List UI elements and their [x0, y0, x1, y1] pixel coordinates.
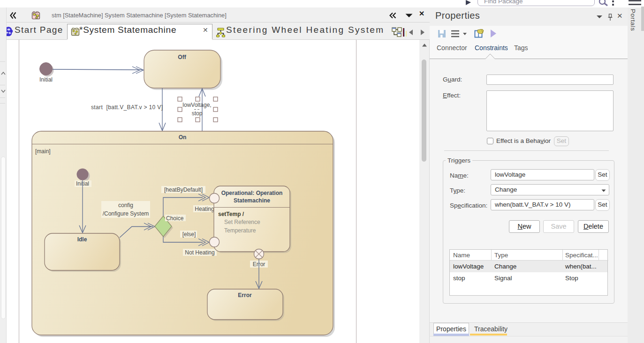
svg-text:On: On: [179, 134, 187, 141]
svg-text:Temperature: Temperature: [224, 227, 256, 234]
svg-text:Heating: Heating: [195, 206, 214, 212]
svg-text:[main]: [main]: [35, 148, 51, 155]
svg-text:lowVoltage,: lowVoltage,: [182, 102, 211, 108]
svg-text:Choice: Choice: [166, 215, 184, 222]
svg-text:Statemachine: Statemachine: [234, 197, 270, 204]
svg-text:Set Reference: Set Reference: [224, 219, 260, 225]
svg-text:setTemp /: setTemp /: [218, 211, 244, 217]
svg-text:stop: stop: [192, 110, 203, 117]
svg-text:[heatByDefault]: [heatByDefault]: [164, 186, 203, 193]
svg-text:Not Heating: Not Heating: [185, 249, 214, 256]
svg-text:Idle: Idle: [77, 236, 87, 243]
svg-text:start [batt.V_BAT.v > 10 V]: start [batt.V_BAT.v > 10 V]: [91, 104, 163, 111]
svg-text:/Configure System: /Configure System: [103, 210, 149, 217]
svg-text:[else]: [else]: [182, 231, 196, 238]
svg-text:Initial: Initial: [39, 76, 53, 83]
svg-text:Off: Off: [178, 54, 186, 60]
svg-text:Operational: Operation: Operational: Operation: [221, 190, 283, 196]
svg-text:Error: Error: [238, 292, 252, 298]
svg-text:config: config: [118, 202, 133, 209]
